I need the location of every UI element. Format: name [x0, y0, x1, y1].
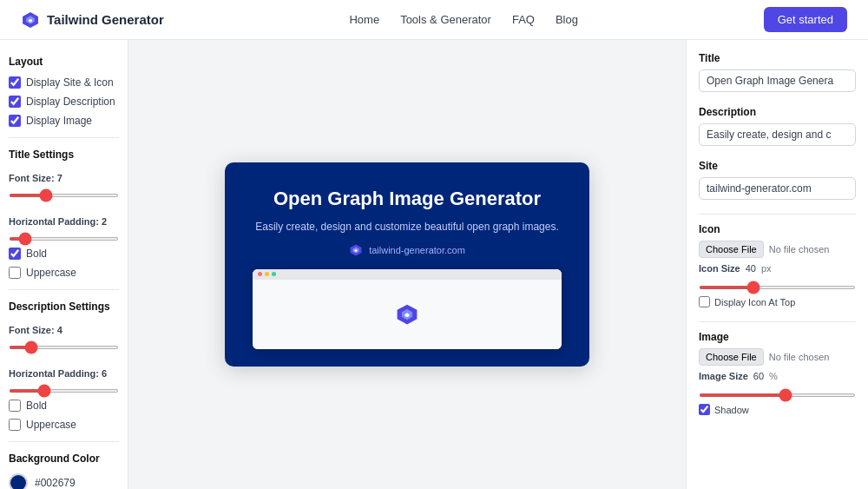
preview-screenshot: [253, 269, 562, 349]
screenshot-inner: [253, 269, 562, 349]
preview-site-icon: [349, 243, 363, 257]
display-icon-at-top-checkbox[interactable]: [699, 296, 710, 307]
shadow-checkbox[interactable]: [699, 404, 710, 415]
get-started-button[interactable]: Get started: [764, 7, 847, 32]
chk-display-site-icon-row: Display Site & Icon: [9, 76, 119, 89]
preview-description: Easily create, design and customize beau…: [255, 221, 559, 233]
image-size-row: Image Size 60 %: [699, 371, 856, 381]
icon-no-file-text: No file chosen: [769, 244, 830, 254]
desc-font-size-slider[interactable]: [9, 346, 119, 349]
image-size-label: Image Size: [699, 371, 748, 381]
site-field-group: Site: [699, 160, 856, 200]
preview-title: Open Graph Image Generator: [273, 187, 541, 212]
nav-blog[interactable]: Blog: [556, 13, 578, 26]
chk-display-image-row: Display Image: [9, 115, 119, 127]
chk-display-site-icon-label: Display Site & Icon: [26, 76, 114, 89]
title-font-size-section: Font Size: 7: [9, 173, 119, 204]
bg-color-swatch[interactable]: [9, 473, 28, 489]
sidebar-left: Layout Display Site & Icon Display Descr…: [0, 40, 128, 489]
nav-home[interactable]: Home: [349, 13, 379, 26]
sidebar-right: Title Description Site Icon Choose File …: [686, 40, 868, 489]
site-field-label: Site: [699, 160, 856, 172]
chk-display-image-label: Display Image: [26, 115, 92, 127]
image-size-unit: %: [769, 371, 778, 381]
screenshot-logo-icon: [395, 302, 419, 327]
screenshot-bar: [253, 269, 562, 280]
desc-h-padding-section: Horizontal Padding: 6: [9, 368, 119, 400]
divider-3: [9, 441, 119, 442]
title-uppercase-row: Uppercase: [9, 267, 119, 279]
desc-uppercase-checkbox[interactable]: [9, 419, 21, 431]
preview-card: Open Graph Image Generator Easily create…: [225, 162, 589, 367]
bg-color-row: #002679: [9, 473, 119, 489]
preview-site-url: tailwind-generator.com: [369, 245, 465, 255]
description-field-label: Description: [699, 106, 856, 118]
center-panel: Open Graph Image Generator Easily create…: [128, 40, 686, 489]
logo-icon: [21, 10, 40, 30]
screenshot-content: [253, 280, 562, 349]
desc-settings-title: Description Settings: [9, 301, 119, 313]
display-icon-at-top-label: Display Icon At Top: [714, 297, 795, 307]
divider-r2: [699, 321, 856, 322]
description-input[interactable]: [699, 123, 856, 146]
image-field-group: Image Choose File No file chosen Image S…: [699, 331, 856, 415]
bg-color-hex: #002679: [35, 477, 76, 489]
icon-field-group: Icon Choose File No file chosen Icon Siz…: [699, 223, 856, 307]
title-bold-checkbox[interactable]: [9, 248, 21, 260]
title-input[interactable]: [699, 69, 856, 92]
navbar: Tailwind Generator Home Tools & Generato…: [0, 0, 868, 40]
title-field-group: Title: [699, 52, 856, 92]
title-settings-title: Title Settings: [9, 149, 119, 161]
image-size-slider[interactable]: [699, 393, 856, 397]
desc-bold-checkbox[interactable]: [9, 400, 21, 412]
chk-display-site-icon[interactable]: [9, 76, 21, 89]
shadow-label: Shadow: [714, 405, 749, 415]
icon-choose-file-button[interactable]: Choose File: [699, 241, 764, 258]
desc-bold-row: Bold: [9, 400, 119, 412]
icon-file-row: Choose File No file chosen: [699, 241, 856, 258]
dot-red: [258, 272, 262, 276]
title-uppercase-checkbox[interactable]: [9, 267, 21, 279]
chk-display-desc[interactable]: [9, 96, 21, 108]
icon-size-row: Icon Size 40 px: [699, 263, 856, 274]
title-bold-row: Bold: [9, 248, 119, 260]
chk-display-image[interactable]: [9, 115, 21, 127]
desc-uppercase-label: Uppercase: [26, 419, 76, 431]
desc-font-size-label: Font Size: 4: [9, 325, 119, 335]
logo: Tailwind Generator: [21, 10, 164, 30]
title-h-padding-label: Horizontal Padding: 2: [9, 216, 119, 227]
chk-display-desc-label: Display Description: [26, 96, 115, 108]
title-font-size-slider[interactable]: [9, 194, 119, 197]
layout-title: Layout: [9, 56, 119, 68]
nav-faq[interactable]: FAQ: [512, 13, 535, 26]
title-h-padding-section: Horizontal Padding: 2: [9, 216, 119, 248]
shadow-row: Shadow: [699, 404, 856, 415]
app-body: Layout Display Site & Icon Display Descr…: [0, 40, 868, 489]
nav-tools[interactable]: Tools & Generator: [400, 13, 491, 26]
nav-links: Home Tools & Generator FAQ Blog: [349, 13, 578, 26]
title-uppercase-label: Uppercase: [26, 267, 76, 279]
title-bold-label: Bold: [26, 248, 47, 260]
title-field-label: Title: [699, 52, 856, 64]
dot-green: [272, 272, 276, 276]
preview-site: tailwind-generator.com: [349, 243, 465, 257]
desc-h-padding-slider[interactable]: [9, 389, 119, 393]
icon-size-slider[interactable]: [699, 286, 856, 289]
image-field-label: Image: [699, 331, 856, 343]
title-font-size-label: Font Size: 7: [9, 173, 119, 183]
chk-display-desc-row: Display Description: [9, 96, 119, 108]
image-file-row: Choose File No file chosen: [699, 348, 856, 366]
title-h-padding-slider[interactable]: [9, 237, 119, 241]
icon-size-unit: px: [761, 263, 772, 274]
bg-color-title: Background Color: [9, 453, 119, 465]
logo-text: Tailwind Generator: [47, 12, 164, 27]
divider-2: [9, 289, 119, 290]
desc-bold-label: Bold: [26, 400, 47, 412]
icon-size-label: Icon Size: [699, 263, 740, 274]
description-field-group: Description: [699, 106, 856, 146]
image-no-file-text: No file chosen: [769, 352, 830, 362]
site-input[interactable]: [699, 177, 856, 200]
image-choose-file-button[interactable]: Choose File: [699, 348, 764, 366]
desc-h-padding-label: Horizontal Padding: 6: [9, 368, 119, 379]
desc-font-size-section: Font Size: 4: [9, 325, 119, 356]
